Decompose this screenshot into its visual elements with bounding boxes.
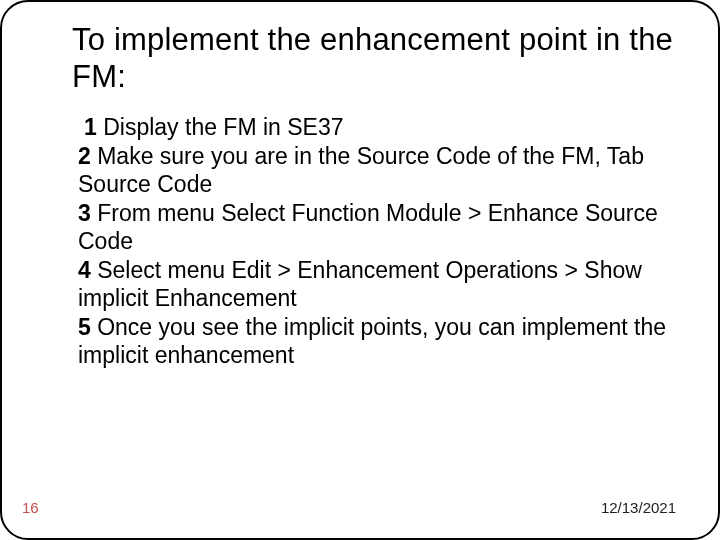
slide-body: 1 Display the FM in SE37 2 Make sure you… [72,113,680,370]
step-1: 1 Display the FM in SE37 [78,113,674,142]
step-4: 4 Select menu Edit > Enhancement Operati… [78,256,674,313]
step-5: 5 Once you see the implicit points, you … [78,313,674,370]
step-4-number: 4 [78,257,91,283]
step-1-number: 1 [84,114,97,140]
step-2: 2 Make sure you are in the Source Code o… [78,142,674,199]
step-3-text: From menu Select Function Module > Enhan… [78,200,658,255]
slide-title: To implement the enhancement point in th… [72,22,680,95]
slide: To implement the enhancement point in th… [0,0,720,540]
step-4-text: Select menu Edit > Enhancement Operation… [78,257,642,312]
step-2-text: Make sure you are in the Source Code of … [78,143,644,198]
step-3: 3 From menu Select Function Module > Enh… [78,199,674,256]
slide-date: 12/13/2021 [601,499,676,516]
page-number: 16 [22,499,39,516]
step-3-number: 3 [78,200,91,226]
step-5-text: Once you see the implicit points, you ca… [78,314,666,369]
step-5-number: 5 [78,314,91,340]
step-2-number: 2 [78,143,91,169]
step-1-text: Display the FM in SE37 [103,114,343,140]
